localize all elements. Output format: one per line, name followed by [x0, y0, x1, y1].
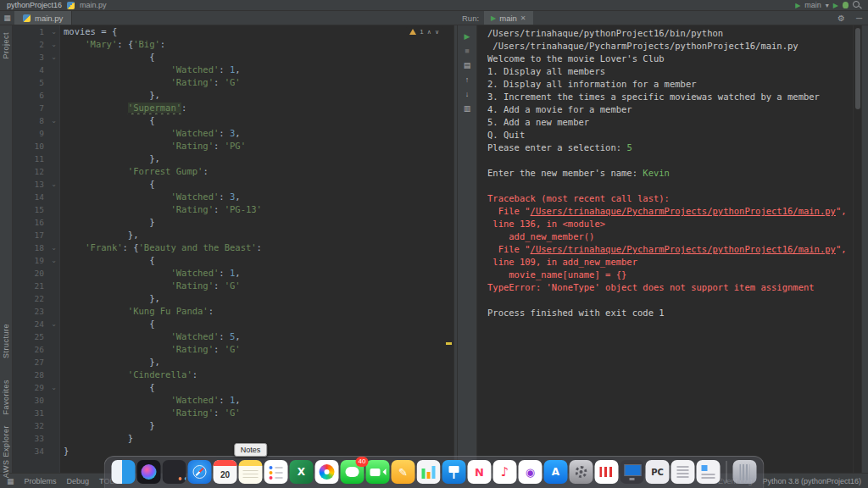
code-editor[interactable]: 1⌄movies = {2⌄ 'Mary': {'Big':3⌄ {4 'Wat… — [13, 25, 453, 473]
code-line[interactable]: 'Watched': 1, — [59, 64, 453, 76]
dock-icon-settings[interactable] — [570, 460, 593, 484]
hide-panel-icon[interactable]: ─ — [856, 14, 862, 23]
run-console[interactable]: /Users/trinahaque/pythonProject16/bin/py… — [476, 25, 853, 473]
fold-marker-icon[interactable]: ⌄ — [48, 381, 59, 394]
code-line[interactable]: }, — [59, 356, 453, 369]
line-number[interactable]: 32 — [13, 419, 48, 432]
line-number[interactable]: 15 — [13, 203, 48, 216]
line-number[interactable]: 20 — [13, 267, 48, 280]
code-line[interactable]: 'Rating': 'G' — [59, 407, 453, 419]
line-number[interactable]: 22 — [13, 292, 48, 305]
dock-icon-pages[interactable]: ✎ — [392, 460, 415, 484]
fold-marker-icon[interactable]: ⌄ — [48, 178, 59, 191]
line-number[interactable]: 10 — [13, 140, 48, 152]
line-number[interactable]: 14 — [13, 191, 48, 203]
dock-icon-siri[interactable] — [137, 460, 161, 484]
prev-problem-icon[interactable]: ∧ — [427, 29, 431, 36]
code-line[interactable]: 'Cinderella': — [59, 369, 453, 381]
warning-stripe-marker[interactable] — [446, 342, 452, 345]
code-line[interactable]: 'Watched': 1, — [59, 267, 453, 280]
line-number[interactable]: 11 — [13, 152, 48, 165]
line-number[interactable]: 26 — [13, 343, 48, 356]
console-scrollbar[interactable] — [853, 25, 861, 473]
close-icon[interactable]: ✕ — [520, 14, 526, 22]
tool-button-project[interactable]: Project — [2, 32, 10, 59]
dock-icon-facetime[interactable] — [366, 460, 390, 484]
dock-icon-music[interactable]: ♪ — [493, 460, 517, 484]
code-line[interactable]: 'Rating': 'G' — [59, 76, 453, 89]
code-line[interactable]: 'Watched': 3, — [59, 191, 453, 203]
editor-tab-main-py[interactable]: main.py — [14, 11, 72, 25]
line-number[interactable]: 18 — [13, 241, 48, 254]
debug-bug-icon[interactable] — [843, 2, 849, 8]
code-line[interactable]: 'Rating': 'PG-13' — [59, 203, 453, 216]
dock-icon-excel[interactable]: X — [290, 460, 314, 484]
line-number[interactable]: 23 — [13, 305, 48, 318]
traceback-link[interactable]: /Users/trinahaque/PycharmProjects/python… — [531, 206, 836, 216]
line-number[interactable]: 5 — [13, 76, 48, 89]
dock-icon-preview[interactable] — [671, 460, 695, 484]
code-line[interactable]: 'Rating': 'G' — [59, 280, 453, 292]
scrollbar-thumb[interactable] — [855, 28, 860, 109]
line-number[interactable]: 27 — [13, 356, 48, 369]
dock-icon-calendar[interactable]: 20 — [214, 460, 237, 484]
settings-gear-icon[interactable]: ⚙ — [837, 14, 845, 23]
fold-marker-icon[interactable]: ⌄ — [48, 38, 59, 51]
line-number[interactable]: 1 — [13, 25, 48, 38]
up-stack-trace-icon[interactable]: ↑ — [459, 73, 476, 86]
fold-marker-icon[interactable]: ⌄ — [48, 241, 59, 254]
fold-marker-icon[interactable]: ⌄ — [48, 254, 59, 267]
fold-marker-icon[interactable]: ⌄ — [48, 318, 59, 330]
search-everywhere-icon[interactable] — [853, 1, 861, 9]
fold-marker-icon[interactable]: ⌄ — [48, 25, 59, 38]
code-line[interactable]: { — [59, 381, 453, 394]
line-number[interactable]: 29 — [13, 381, 48, 394]
line-number[interactable]: 19 — [13, 254, 48, 267]
restore-layout-icon[interactable]: ▤ — [459, 58, 476, 71]
line-number[interactable]: 3 — [13, 51, 48, 64]
line-number[interactable]: 17 — [13, 229, 48, 241]
dock-icon-numbers[interactable] — [417, 460, 441, 484]
clear-console-icon[interactable]: ▥ — [459, 102, 476, 114]
dock-icon-launchpad[interactable] — [163, 460, 186, 484]
tool-window-bars-icon[interactable]: ▦ — [0, 11, 14, 25]
chevron-down-icon[interactable]: ▾ — [826, 2, 829, 9]
code-line[interactable]: 'Watched': 1, — [59, 394, 453, 407]
dock-icon-trash[interactable] — [733, 460, 757, 484]
tool-button-favorites[interactable]: Favorites — [2, 380, 10, 415]
code-line[interactable]: 'Mary': {'Big': — [59, 38, 453, 51]
fold-marker-icon[interactable]: ⌄ — [48, 114, 59, 127]
code-line[interactable]: 'Rating': 'PG' — [59, 140, 453, 152]
statusbar-item-debug[interactable]: Debug — [67, 477, 90, 485]
code-line[interactable]: 'Forrest Gump': — [59, 165, 453, 178]
statusbar-item-problems[interactable]: Problems — [25, 477, 57, 485]
line-number[interactable]: 13 — [13, 178, 48, 191]
code-line[interactable]: } — [59, 216, 453, 229]
dock-icon-pc[interactable]: PC — [646, 460, 670, 484]
line-number[interactable]: 9 — [13, 127, 48, 140]
code-line[interactable]: }, — [59, 89, 453, 102]
line-number[interactable]: 7 — [13, 102, 48, 114]
line-number[interactable]: 24 — [13, 318, 48, 330]
line-number[interactable]: 28 — [13, 369, 48, 381]
dock-icon-podcasts[interactable]: ◉ — [519, 460, 542, 484]
line-number[interactable]: 4 — [13, 64, 48, 76]
line-number[interactable]: 33 — [13, 432, 48, 445]
code-line[interactable]: } — [59, 419, 453, 432]
run-button[interactable]: ▶ — [833, 2, 838, 9]
dock-icon-messages[interactable]: 40 — [341, 460, 364, 484]
dock-icon-finder[interactable] — [112, 460, 136, 484]
dock-icon-news[interactable]: N — [468, 460, 492, 484]
code-line[interactable]: 'Kung Fu Panda': — [59, 305, 453, 318]
line-number[interactable]: 8 — [13, 114, 48, 127]
dock-icon-notes[interactable] — [239, 460, 263, 484]
code-line[interactable]: }, — [59, 229, 453, 241]
line-number[interactable]: 34 — [13, 445, 48, 458]
code-line[interactable]: { — [59, 318, 453, 330]
code-line[interactable]: { — [59, 114, 453, 127]
code-line[interactable]: { — [59, 254, 453, 267]
code-line[interactable]: 'Superman': — [59, 102, 453, 114]
code-line[interactable]: movies = { — [59, 25, 453, 38]
dock-icon-parallels[interactable] — [595, 460, 619, 484]
code-line[interactable]: }, — [59, 292, 453, 305]
